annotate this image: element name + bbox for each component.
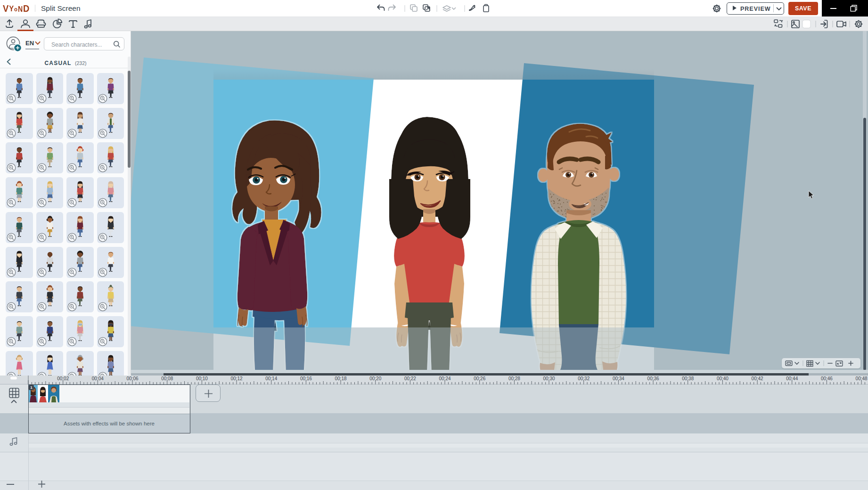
svg-text:00:24: 00:24 xyxy=(439,376,450,381)
svg-text:00:46: 00:46 xyxy=(821,376,833,381)
svg-text:00:02: 00:02 xyxy=(57,376,69,381)
svg-text:00:36: 00:36 xyxy=(647,376,659,381)
svg-text:00:14: 00:14 xyxy=(265,376,277,381)
svg-text:00:06: 00:06 xyxy=(126,376,138,381)
svg-text:00:48: 00:48 xyxy=(856,376,868,381)
svg-text:00:08: 00:08 xyxy=(161,376,173,381)
svg-text:00:26: 00:26 xyxy=(474,376,485,381)
svg-text:00:40: 00:40 xyxy=(717,376,729,381)
svg-text:00:30: 00:30 xyxy=(543,376,555,381)
svg-text:00:16: 00:16 xyxy=(300,376,312,381)
svg-text:00:10: 00:10 xyxy=(196,376,208,381)
svg-text:00:42: 00:42 xyxy=(752,376,763,381)
svg-text:00:32: 00:32 xyxy=(578,376,590,381)
svg-text:00:12: 00:12 xyxy=(230,376,242,381)
svg-text:00:28: 00:28 xyxy=(508,376,520,381)
svg-text:00:18: 00:18 xyxy=(335,376,346,381)
svg-text:00:20: 00:20 xyxy=(369,376,381,381)
svg-text:00:44: 00:44 xyxy=(786,376,798,381)
svg-text:00:34: 00:34 xyxy=(613,376,624,381)
svg-text:00:22: 00:22 xyxy=(404,376,416,381)
svg-text:00:04: 00:04 xyxy=(92,376,104,381)
svg-text:00:38: 00:38 xyxy=(682,376,694,381)
